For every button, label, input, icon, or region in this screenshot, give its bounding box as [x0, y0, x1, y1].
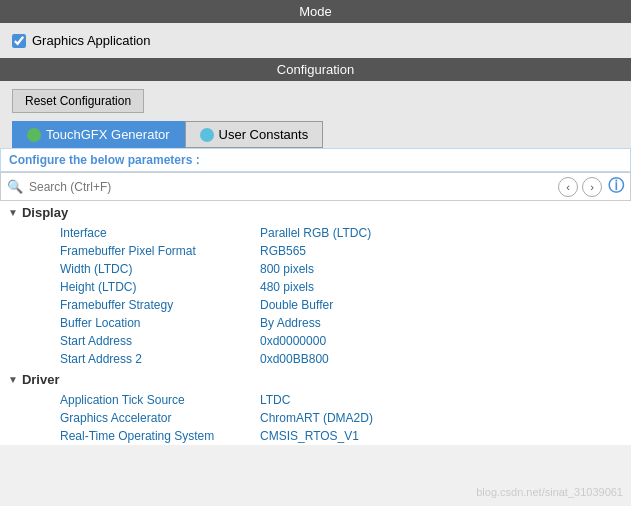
display-label-2: Width (LTDC) — [60, 262, 260, 276]
mode-header: Mode — [0, 0, 631, 23]
display-row-4: Framebuffer Strategy Double Buffer — [0, 296, 631, 314]
display-label-6: Start Address — [60, 334, 260, 348]
display-label-1: Framebuffer Pixel Format — [60, 244, 260, 258]
driver-label-1: Graphics Accelerator — [60, 411, 260, 425]
display-value-7: 0xd00BB800 — [260, 352, 329, 366]
info-icon[interactable]: ⓘ — [608, 176, 624, 197]
tree-section: ▼ Display Interface Parallel RGB (LTDC) … — [0, 201, 631, 445]
display-row-6: Start Address 0xd0000000 — [0, 332, 631, 350]
touchgfx-tab-icon — [27, 128, 41, 142]
driver-row-1: Graphics Accelerator ChromART (DMA2D) — [0, 409, 631, 427]
graphics-application-label: Graphics Application — [32, 33, 151, 48]
configure-text: Configure the below parameters : — [9, 153, 200, 167]
reset-configuration-button[interactable]: Reset Configuration — [12, 89, 144, 113]
configure-bar: Configure the below parameters : — [0, 148, 631, 172]
display-row-5: Buffer Location By Address — [0, 314, 631, 332]
driver-value-0: LTDC — [260, 393, 290, 407]
user-constants-tab-icon — [200, 128, 214, 142]
driver-arrow: ▼ — [8, 374, 18, 385]
driver-label-2: Real-Time Operating System — [60, 429, 260, 443]
display-value-2: 800 pixels — [260, 262, 314, 276]
display-label-7: Start Address 2 — [60, 352, 260, 366]
prev-arrow[interactable]: ‹ — [558, 177, 578, 197]
driver-label-0: Application Tick Source — [60, 393, 260, 407]
display-row-0: Interface Parallel RGB (LTDC) — [0, 224, 631, 242]
display-value-4: Double Buffer — [260, 298, 333, 312]
driver-value-1: ChromART (DMA2D) — [260, 411, 373, 425]
display-row-1: Framebuffer Pixel Format RGB565 — [0, 242, 631, 260]
display-value-1: RGB565 — [260, 244, 306, 258]
display-group-label: Display — [22, 205, 68, 220]
display-value-3: 480 pixels — [260, 280, 314, 294]
driver-value-2: CMSIS_RTOS_V1 — [260, 429, 359, 443]
mode-section: Graphics Application — [0, 23, 631, 58]
configuration-header: Configuration — [0, 58, 631, 81]
search-input[interactable] — [29, 180, 548, 194]
display-label-0: Interface — [60, 226, 260, 240]
watermark: blog.csdn.net/sinat_31039061 — [476, 486, 623, 498]
driver-row-0: Application Tick Source LTDC — [0, 391, 631, 409]
graphics-application-row: Graphics Application — [12, 33, 619, 48]
display-label-3: Height (LTDC) — [60, 280, 260, 294]
display-group-header[interactable]: ▼ Display — [0, 201, 631, 224]
display-value-0: Parallel RGB (LTDC) — [260, 226, 371, 240]
tab-user-constants[interactable]: User Constants — [185, 121, 324, 148]
graphics-application-checkbox[interactable] — [12, 34, 26, 48]
search-bar: 🔍 ‹ › ⓘ — [0, 172, 631, 201]
driver-row-2: Real-Time Operating System CMSIS_RTOS_V1 — [0, 427, 631, 445]
driver-group-label: Driver — [22, 372, 60, 387]
nav-arrows: ‹ › — [558, 177, 602, 197]
display-label-5: Buffer Location — [60, 316, 260, 330]
tab-touchgfx[interactable]: TouchGFX Generator — [12, 121, 185, 148]
next-arrow[interactable]: › — [582, 177, 602, 197]
display-row-3: Height (LTDC) 480 pixels — [0, 278, 631, 296]
search-icon: 🔍 — [7, 179, 23, 194]
display-label-4: Framebuffer Strategy — [60, 298, 260, 312]
display-arrow: ▼ — [8, 207, 18, 218]
touchgfx-tab-label: TouchGFX Generator — [46, 127, 170, 142]
tabs-row: TouchGFX Generator User Constants — [12, 121, 619, 148]
display-row-7: Start Address 2 0xd00BB800 — [0, 350, 631, 368]
configuration-section: Reset Configuration TouchGFX Generator U… — [0, 81, 631, 148]
user-constants-tab-label: User Constants — [219, 127, 309, 142]
display-value-6: 0xd0000000 — [260, 334, 326, 348]
display-value-5: By Address — [260, 316, 321, 330]
display-row-2: Width (LTDC) 800 pixels — [0, 260, 631, 278]
driver-group-header[interactable]: ▼ Driver — [0, 368, 631, 391]
